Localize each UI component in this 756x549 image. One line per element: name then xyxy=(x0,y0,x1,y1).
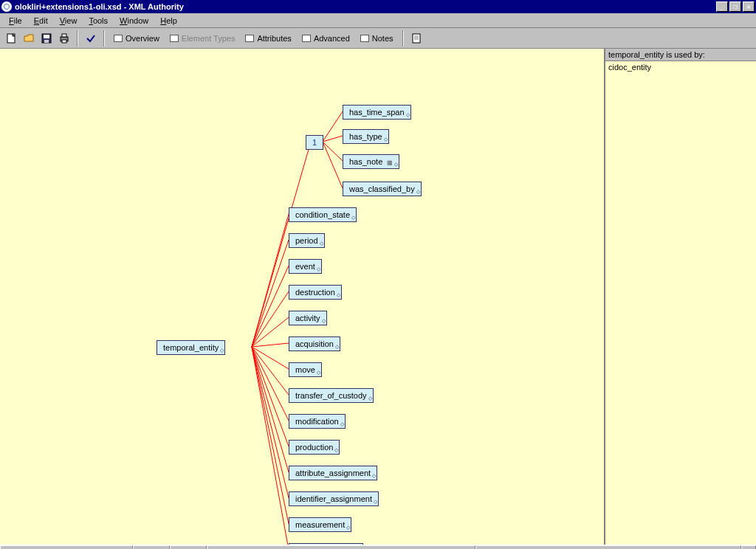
svg-line-18 xyxy=(252,266,289,347)
node-child[interactable]: period◇ xyxy=(289,233,325,248)
node-label: identifier_assignment xyxy=(295,494,372,503)
element-types-icon xyxy=(170,35,179,42)
usage-item[interactable]: cidoc_entity xyxy=(608,63,753,72)
svg-line-12 xyxy=(323,111,343,142)
svg-line-28 xyxy=(252,347,289,524)
expand-icon: ◇ xyxy=(317,370,320,376)
svg-line-24 xyxy=(252,347,289,421)
svg-rect-6 xyxy=(62,40,66,43)
expand-icon: ◇ xyxy=(394,162,398,168)
node-child[interactable]: acquisition◇ xyxy=(289,336,340,351)
expand-icon: ◇ xyxy=(351,215,355,221)
node-label: production xyxy=(295,443,333,452)
node-sequence[interactable]: 1 xyxy=(306,135,323,150)
validate-icon[interactable] xyxy=(83,30,99,46)
svg-line-29 xyxy=(252,347,289,545)
app-icon xyxy=(1,1,12,12)
node-child[interactable]: event◇ xyxy=(289,259,322,274)
node-label: event xyxy=(295,262,315,271)
open-icon[interactable] xyxy=(21,30,37,46)
svg-line-25 xyxy=(252,347,289,446)
expand-icon: ◇ xyxy=(384,137,388,142)
node-label: attribute_assignment xyxy=(295,469,371,477)
tab-advanced[interactable]: Advanced xyxy=(298,32,354,44)
close-button[interactable]: ✕ xyxy=(743,1,755,12)
window-title: olokliri+extensions1-oli.xsd - XML Autho… xyxy=(15,2,716,11)
diagram-canvas[interactable]: temporal_entity◇ 1 has_time_span◇has_typ… xyxy=(0,49,605,545)
expand-icon: ◇ xyxy=(334,447,338,453)
expand-icon: ◇ xyxy=(368,396,372,401)
node-label: modification xyxy=(295,417,339,426)
tab-notes[interactable]: Notes xyxy=(356,32,398,44)
document-icon[interactable] xyxy=(408,30,425,46)
svg-line-21 xyxy=(252,343,289,347)
tab-overview[interactable]: Overview xyxy=(109,32,164,44)
expand-icon: ◇ xyxy=(416,189,420,195)
expand-icon: ◇ xyxy=(372,473,376,479)
node-label: acquisition xyxy=(295,339,334,348)
node-child[interactable]: activity◇ xyxy=(289,311,327,325)
node-label: period xyxy=(295,236,318,245)
menubar: File Edit View Tools Window Help xyxy=(0,13,756,28)
minimize-button[interactable]: _ xyxy=(716,1,728,12)
side-panel: temporal_entity is used by: cidoc_entity xyxy=(605,49,756,545)
separator xyxy=(402,30,404,46)
node-label: move xyxy=(295,365,315,374)
expand-icon: ◇ xyxy=(220,348,224,353)
tab-element-types[interactable]: Element Types xyxy=(165,32,240,44)
menu-window[interactable]: Window xyxy=(114,15,154,27)
tab-attributes[interactable]: Attributes xyxy=(241,32,295,44)
node-label: temporal_entity xyxy=(163,343,219,352)
svg-rect-3 xyxy=(44,40,49,43)
separator xyxy=(77,30,78,46)
node-child[interactable]: has_time_span◇ xyxy=(343,105,411,120)
node-child[interactable]: was_classified_by◇ xyxy=(343,182,422,196)
notes-icon xyxy=(360,35,369,42)
svg-line-27 xyxy=(252,347,289,498)
print-icon[interactable] xyxy=(56,30,72,46)
node-child[interactable]: modification◇ xyxy=(289,414,346,429)
maximize-button[interactable]: ❐ xyxy=(729,1,741,12)
node-child[interactable]: has_note▦◇ xyxy=(343,154,399,169)
svg-rect-2 xyxy=(44,35,49,38)
node-child[interactable]: move◇ xyxy=(289,362,322,377)
menu-tools[interactable]: Tools xyxy=(83,15,114,27)
svg-line-15 xyxy=(323,142,343,188)
menu-view[interactable]: View xyxy=(54,15,83,27)
node-label: activity xyxy=(295,314,320,322)
svg-line-20 xyxy=(252,317,289,347)
menu-help[interactable]: Help xyxy=(154,15,183,27)
side-panel-header: temporal_entity is used by: xyxy=(605,49,756,61)
node-root[interactable]: temporal_entity◇ xyxy=(157,340,225,355)
col-text[interactable]: ⁞Text xyxy=(133,545,170,549)
svg-rect-5 xyxy=(62,34,66,37)
menu-file[interactable]: File xyxy=(3,15,28,27)
node-child[interactable]: condition_state◇ xyxy=(289,207,357,222)
menu-edit[interactable]: Edit xyxy=(28,15,54,27)
new-icon[interactable] xyxy=(3,30,19,46)
node-child[interactable]: type_assignment◇ xyxy=(289,543,363,545)
overview-icon xyxy=(114,35,123,42)
node-child[interactable]: production◇ xyxy=(289,440,340,455)
grid-header: ▯Element Type ⁞Text ◇Elem. Content Model… xyxy=(0,545,756,549)
svg-line-14 xyxy=(323,142,343,161)
col-element-type[interactable]: ▯Element Type xyxy=(0,545,133,549)
save-icon[interactable] xyxy=(38,30,55,46)
expand-icon: ◇ xyxy=(406,112,410,118)
advanced-icon xyxy=(302,35,311,42)
node-child[interactable]: transfer_of_custody◇ xyxy=(289,388,374,403)
col-content-model[interactable]: Content Model xyxy=(207,545,475,549)
expand-icon: ◇ xyxy=(340,421,344,427)
node-label: has_type xyxy=(349,132,382,141)
separator xyxy=(103,30,105,46)
svg-line-22 xyxy=(252,347,289,369)
toolbar: Overview Element Types Attributes Advanc… xyxy=(0,28,756,49)
col-attributes[interactable]: Attributes xyxy=(475,545,741,549)
col-elem[interactable]: ◇Elem. xyxy=(170,545,207,549)
expand-icon: ◇ xyxy=(337,292,340,298)
node-child[interactable]: destruction◇ xyxy=(289,285,342,300)
node-child[interactable]: attribute_assignment◇ xyxy=(289,466,377,480)
node-child[interactable]: measurement◇ xyxy=(289,517,351,532)
node-child[interactable]: identifier_assignment◇ xyxy=(289,491,379,506)
node-child[interactable]: has_type◇ xyxy=(343,129,389,144)
